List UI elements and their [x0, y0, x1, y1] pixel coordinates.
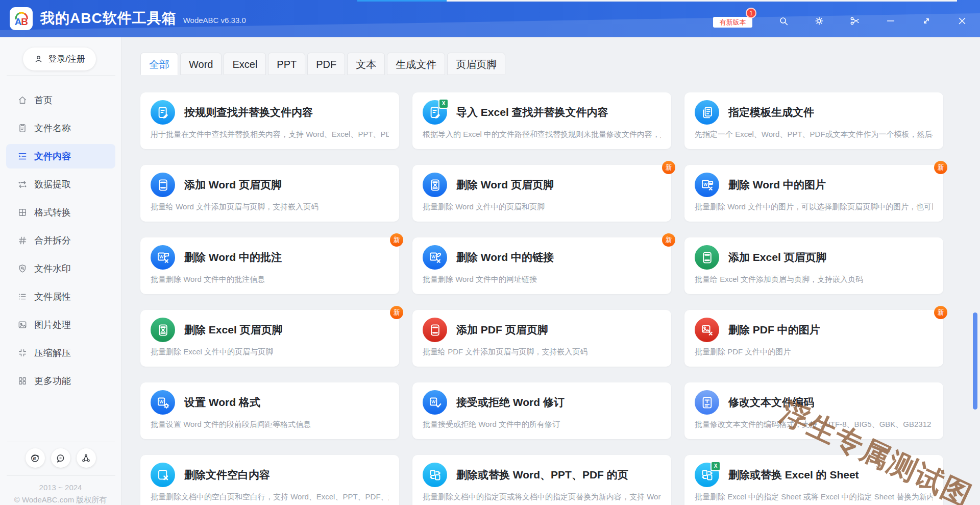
tool-card[interactable]: 添加 PDF 页眉页脚 批量给 PDF 文件添加页眉与页脚，支持嵌入页码 — [412, 310, 671, 367]
tool-card[interactable]: 修改文本文件编码 批量修改文本文件的编码格式，支持：UTF-8、BIG5、GBK… — [684, 382, 943, 439]
scissors-icon[interactable] — [849, 15, 861, 27]
tab-页眉页脚[interactable]: 页眉页脚 — [447, 53, 505, 75]
main-content: 全部WordExcelPPTPDF文本生成文件页眉页脚 按规则查找并替换文件内容… — [121, 37, 980, 505]
sidebar-item-format-convert[interactable]: 格式转换 — [6, 200, 115, 225]
text-doc-icon — [695, 390, 719, 415]
tool-card[interactable]: 添加 Excel 页眉页脚 批量给 Excel 文件添加页眉与页脚，支持嵌入页码 — [684, 237, 943, 294]
user-icon — [34, 54, 43, 64]
card-description: 批量删除 PDF 文件中的图片 — [695, 347, 933, 357]
sidebar-item-file-props[interactable]: 文件属性 — [6, 284, 115, 309]
new-version-button[interactable]: 有新版本 — [713, 17, 752, 28]
card-description: 先指定一个 Excel、Word、PPT、PDF或文本文件作为一个模板，然后再根 — [695, 130, 933, 139]
sidebar-item-home[interactable]: 首页 — [6, 88, 115, 112]
card-description: 根据导入的 Excel 中的文件路径和查找替换规则来批量修改文件内容，支持 — [423, 130, 661, 139]
sidebar-item-image-process[interactable]: 图片处理 — [6, 312, 115, 337]
more-icon — [17, 376, 28, 386]
word-comment-x-icon: W — [151, 245, 175, 270]
tool-card[interactable]: X 删除或替换 Excel 的 Sheet 批量删除 Excel 中的指定 Sh… — [684, 455, 943, 505]
sidebar-item-label: 数据提取 — [34, 178, 71, 190]
browser-icon: e — [30, 453, 40, 464]
card-description: 批量给 Word 文件添加页眉与页脚，支持嵌入页码 — [151, 202, 389, 212]
login-label: 登录/注册 — [48, 53, 85, 65]
doc-edit-icon: X — [423, 100, 447, 125]
data-extract-icon — [17, 179, 28, 189]
sidebar-item-label: 合并拆分 — [34, 234, 71, 247]
tool-card[interactable]: 删除文件空白内容 批量删除文档中的空白页和空白行，支持 Word、Excel、P… — [140, 455, 399, 505]
word-img-x-icon: W — [695, 173, 719, 197]
sidebar-item-more[interactable]: 更多功能 — [6, 369, 115, 393]
tab-ppt[interactable]: PPT — [268, 53, 305, 75]
feedback-icon — [55, 453, 66, 464]
tab-word[interactable]: Word — [180, 53, 222, 75]
scrollbar-thumb[interactable] — [973, 312, 977, 410]
tab-生成文件[interactable]: 生成文件 — [387, 53, 445, 75]
browser-button[interactable]: e — [26, 448, 45, 468]
close-icon[interactable] — [957, 15, 968, 27]
tab-excel[interactable]: Excel — [224, 53, 266, 75]
share-icon — [81, 453, 91, 464]
hf-doc-icon — [695, 245, 719, 270]
file-content-icon — [17, 151, 28, 161]
tool-card[interactable]: W 接受或拒绝 Word 修订 批量接受或拒绝 Word 文件中的所有修订 — [412, 382, 671, 439]
minimize-icon[interactable] — [885, 15, 896, 27]
sidebar-item-label: 文件内容 — [34, 150, 71, 162]
new-badge: 新 — [662, 233, 675, 247]
card-description: 批量修改文本文件的编码格式，支持：UTF-8、BIG5、GBK、GB2312 等 — [695, 420, 933, 429]
maximize-icon[interactable] — [921, 15, 932, 27]
sidebar-item-compress[interactable]: 压缩解压 — [6, 341, 115, 365]
brand: A B 我的ABC软件工具箱 WodeABC v6.33.0 — [10, 0, 246, 37]
tab-pdf[interactable]: PDF — [307, 53, 345, 75]
swap-icon: X — [695, 463, 719, 487]
tool-card[interactable]: 删除 PDF 中的图片 批量删除 PDF 文件中的图片 新 — [684, 310, 943, 367]
svg-text:W: W — [159, 254, 163, 259]
search-icon[interactable] — [778, 15, 789, 27]
tool-card[interactable]: 删除或替换 Word、PPT、PDF 的页 批量删除文档中的指定页或将文档中的指… — [412, 455, 671, 505]
copyright-text: © WodeABC.com 版权所有 — [0, 495, 121, 505]
tool-card[interactable]: W 删除 Word 中的链接 批量删除 Word 文件中的网址链接 新 — [412, 237, 671, 294]
svg-text:W: W — [431, 399, 435, 404]
card-description: 批量删除 Excel 中的指定 Sheet 或将 Excel 中的指定 Shee… — [695, 492, 933, 502]
login-register-button[interactable]: 登录/注册 — [23, 47, 96, 70]
sidebar-item-watermark[interactable]: 文件水印 — [6, 256, 115, 281]
top-strip-blue — [357, 0, 447, 2]
gear-icon[interactable] — [814, 15, 825, 27]
tool-card[interactable]: 指定模板生成文件 先指定一个 Excel、Word、PPT、PDF或文本文件作为… — [684, 92, 943, 149]
sidebar-item-label: 文件名称 — [34, 122, 71, 134]
app-version: WodeABC v6.33.0 — [183, 16, 246, 25]
share-button[interactable] — [77, 448, 96, 468]
tab-all[interactable]: 全部 — [140, 53, 178, 75]
card-title: 添加 Excel 页眉页脚 — [728, 250, 827, 264]
tool-card[interactable]: 添加 Word 页眉页脚 批量给 Word 文件添加页眉与页脚，支持嵌入页码 — [140, 165, 399, 222]
top-strip-light — [447, 0, 957, 2]
sidebar-item-data-extract[interactable]: 数据提取 — [6, 172, 115, 197]
tool-card[interactable]: 删除 Word 页眉页脚 批量删除 Word 文件中的页眉和页脚 新 — [412, 165, 671, 222]
card-description: 批量删除文档中的指定页或将文档中的指定页替换为新内容，支持 Word — [423, 492, 661, 502]
feedback-button[interactable] — [51, 448, 70, 468]
swap-icon — [423, 463, 447, 487]
divider — [7, 75, 115, 76]
card-title: 按规则查找并替换文件内容 — [184, 105, 313, 119]
hf-doc-icon — [423, 318, 447, 342]
card-description: 批量删除 Word 文件中的网址链接 — [423, 275, 661, 284]
tool-card[interactable]: W 删除 Word 中的图片 批量删除 Word 文件中的图片，可以选择删除页眉… — [684, 165, 943, 222]
card-title: 添加 Word 页眉页脚 — [184, 178, 282, 192]
tool-card[interactable]: X 导入 Excel 查找并替换文件内容 根据导入的 Excel 中的文件路径和… — [412, 92, 671, 149]
card-title: 删除 Excel 页眉页脚 — [184, 323, 283, 337]
sidebar-item-merge-split[interactable]: 合并拆分 — [6, 228, 115, 253]
word-gear-icon: W — [151, 390, 175, 415]
sidebar-item-file-name[interactable]: 文件名称 — [6, 116, 115, 140]
image-process-icon — [17, 320, 28, 330]
card-title: 接受或拒绝 Word 修订 — [456, 395, 565, 410]
tool-card[interactable]: W 设置 Word 格式 批量设置 Word 文件的段前段后间距等格式信息 — [140, 382, 399, 439]
card-title: 删除 PDF 中的图片 — [728, 323, 820, 337]
sidebar-item-label: 更多功能 — [34, 375, 71, 387]
tab-文本[interactable]: 文本 — [347, 53, 385, 75]
tool-card[interactable]: 按规则查找并替换文件内容 用于批量在文件中查找并替换相关内容，支持 Word、E… — [140, 92, 399, 149]
tool-card[interactable]: 删除 Excel 页眉页脚 批量删除 Excel 文件中的页眉与页脚 新 — [140, 310, 399, 367]
svg-text:W: W — [431, 254, 435, 259]
merge-split-icon — [17, 235, 28, 246]
new-badge: 新 — [934, 161, 947, 174]
sidebar-item-file-content[interactable]: 文件内容 — [6, 144, 115, 169]
tool-card[interactable]: W 删除 Word 中的批注 批量删除 Word 文件中的批注信息 新 — [140, 237, 399, 294]
sidebar-item-label: 文件属性 — [34, 291, 71, 303]
